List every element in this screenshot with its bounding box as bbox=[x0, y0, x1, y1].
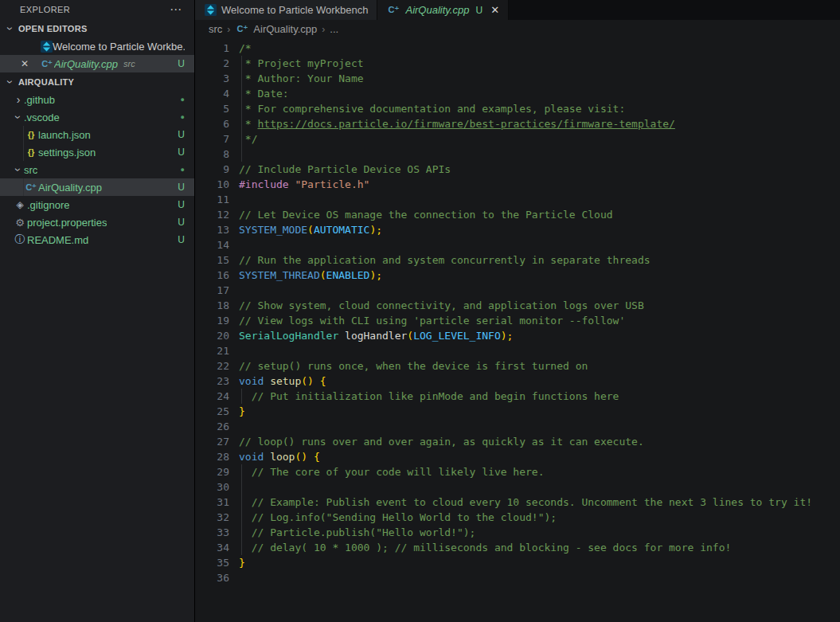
line-number[interactable]: 19 bbox=[195, 313, 229, 328]
code-line-content[interactable] bbox=[239, 192, 840, 207]
code-line[interactable]: 14 bbox=[195, 237, 840, 252]
tree-item-src[interactable]: ›src● bbox=[0, 161, 194, 178]
line-number[interactable]: 13 bbox=[195, 222, 229, 237]
code-line-content[interactable]: // setup() runs once, when the device is… bbox=[239, 358, 840, 374]
line-number[interactable]: 25 bbox=[195, 404, 229, 419]
open-editor-item-airquality-cpp[interactable]: ✕C⁺AirQuality.cppsrcU bbox=[0, 55, 194, 72]
code-line[interactable]: 3 * Author: Your Name bbox=[195, 71, 840, 86]
line-number[interactable]: 22 bbox=[195, 358, 229, 374]
code-line-content[interactable]: // Log.info("Sending Hello World to the … bbox=[239, 510, 840, 525]
code-line[interactable]: 5 * For comprehensive documentation and … bbox=[195, 101, 840, 116]
code-line[interactable]: 32 // Log.info("Sending Hello World to t… bbox=[195, 510, 840, 525]
code-line-content[interactable]: // Put initialization like pinMode and b… bbox=[239, 389, 840, 404]
tree-item-readme-md[interactable]: ⓘREADME.mdU bbox=[0, 231, 194, 248]
code-line[interactable]: 28void loop() { bbox=[195, 449, 840, 464]
code-line-content[interactable]: #include "Particle.h" bbox=[239, 177, 840, 192]
code-line-content[interactable]: SerialLogHandler logHandler(LOG_LEVEL_IN… bbox=[239, 328, 840, 343]
line-number[interactable]: 11 bbox=[195, 192, 229, 207]
line-number[interactable]: 35 bbox=[195, 555, 229, 570]
code-line-content[interactable]: SYSTEM_THREAD(ENABLED); bbox=[239, 268, 840, 283]
code-line-content[interactable] bbox=[239, 419, 840, 434]
code-line-content[interactable] bbox=[239, 237, 840, 252]
code-line-content[interactable]: } bbox=[239, 555, 840, 570]
line-number[interactable]: 5 bbox=[195, 101, 229, 116]
code-line[interactable]: 17 bbox=[195, 283, 840, 298]
code-line[interactable]: 22// setup() runs once, when the device … bbox=[195, 358, 840, 374]
code-line-content[interactable]: /* bbox=[239, 41, 840, 56]
tree-item-gitignore[interactable]: ◈.gitignoreU bbox=[0, 196, 194, 213]
line-number[interactable]: 26 bbox=[195, 419, 229, 434]
code-line-content[interactable]: // loop() runs over and over again, as q… bbox=[239, 434, 840, 449]
code-line[interactable]: 21 bbox=[195, 343, 840, 358]
line-number[interactable]: 15 bbox=[195, 252, 229, 268]
code-line-content[interactable]: // Particle.publish("Hello world!"); bbox=[239, 525, 840, 540]
code-line[interactable]: 10#include "Particle.h" bbox=[195, 177, 840, 192]
code-line-content[interactable]: // Include Particle Device OS APIs bbox=[239, 162, 840, 177]
code-line[interactable]: 13SYSTEM_MODE(AUTOMATIC); bbox=[195, 222, 840, 237]
line-number[interactable]: 16 bbox=[195, 268, 229, 283]
line-number[interactable]: 10 bbox=[195, 177, 229, 192]
line-number[interactable]: 4 bbox=[195, 86, 229, 101]
code-line[interactable]: 25} bbox=[195, 404, 840, 419]
code-line[interactable]: 36 bbox=[195, 570, 840, 585]
code-editor[interactable]: 1/*2 * Project myProject3 * Author: Your… bbox=[195, 38, 840, 622]
code-line-content[interactable]: // View logs with CLI using 'particle se… bbox=[239, 313, 840, 328]
line-number[interactable]: 27 bbox=[195, 434, 229, 449]
line-number[interactable]: 36 bbox=[195, 570, 229, 585]
code-line-content[interactable]: // Let Device OS manage the connection t… bbox=[239, 207, 840, 222]
code-line-content[interactable]: * For comprehensive documentation and ex… bbox=[239, 101, 840, 116]
code-line-content[interactable]: // Show system, cloud connectivity, and … bbox=[239, 298, 840, 313]
code-line[interactable]: 12// Let Device OS manage the connection… bbox=[195, 207, 840, 222]
code-line[interactable]: 2 * Project myProject bbox=[195, 56, 840, 71]
code-line[interactable]: 23void setup() { bbox=[195, 374, 840, 389]
code-line-content[interactable] bbox=[239, 343, 840, 358]
code-line-content[interactable]: * Date: bbox=[239, 86, 840, 101]
code-line[interactable]: 4 * Date: bbox=[195, 86, 840, 101]
code-line[interactable]: 7 */ bbox=[195, 131, 840, 147]
code-line-content[interactable] bbox=[239, 570, 840, 585]
code-line-content[interactable]: * https://docs.particle.io/firmware/best… bbox=[239, 116, 840, 131]
code-line[interactable]: 30 bbox=[195, 479, 840, 495]
line-number[interactable]: 6 bbox=[195, 116, 229, 131]
code-line-content[interactable]: */ bbox=[239, 131, 840, 147]
code-line[interactable]: 33 // Particle.publish("Hello world!"); bbox=[195, 525, 840, 540]
tree-item-project-properties[interactable]: ⚙project.propertiesU bbox=[0, 213, 194, 231]
close-icon[interactable]: ✕ bbox=[490, 4, 499, 16]
code-line[interactable]: 9// Include Particle Device OS APIs bbox=[195, 162, 840, 177]
line-number[interactable]: 7 bbox=[195, 131, 229, 147]
code-line-content[interactable]: // Run the application and system concur… bbox=[239, 252, 840, 268]
code-line[interactable]: 20SerialLogHandler logHandler(LOG_LEVEL_… bbox=[195, 328, 840, 343]
code-line-content[interactable]: void loop() { bbox=[239, 449, 840, 464]
line-number[interactable]: 31 bbox=[195, 495, 229, 510]
code-line-content[interactable] bbox=[239, 479, 840, 495]
line-number[interactable]: 23 bbox=[195, 374, 229, 389]
breadcrumb-item-[interactable]: ... bbox=[330, 23, 338, 35]
line-number[interactable]: 21 bbox=[195, 343, 229, 358]
code-line-content[interactable]: // The core of your code will likely liv… bbox=[239, 464, 840, 479]
line-number[interactable]: 18 bbox=[195, 298, 229, 313]
tree-item-launch-json[interactable]: {}launch.jsonU bbox=[0, 126, 194, 143]
more-actions-icon[interactable]: ⋯ bbox=[170, 2, 183, 17]
line-number[interactable]: 34 bbox=[195, 540, 229, 555]
code-line[interactable]: 1/* bbox=[195, 41, 840, 56]
code-line[interactable]: 15// Run the application and system conc… bbox=[195, 252, 840, 268]
line-number[interactable]: 3 bbox=[195, 71, 229, 86]
line-number[interactable]: 1 bbox=[195, 41, 229, 56]
code-line[interactable]: 19// View logs with CLI using 'particle … bbox=[195, 313, 840, 328]
code-line[interactable]: 6 * https://docs.particle.io/firmware/be… bbox=[195, 116, 840, 131]
line-number[interactable]: 32 bbox=[195, 510, 229, 525]
code-line-content[interactable] bbox=[239, 147, 840, 162]
line-number[interactable]: 17 bbox=[195, 283, 229, 298]
open-editors-section-header[interactable]: › OPEN EDITORS bbox=[0, 19, 194, 37]
code-line-content[interactable]: } bbox=[239, 404, 840, 419]
line-number[interactable]: 28 bbox=[195, 449, 229, 464]
line-number[interactable]: 29 bbox=[195, 464, 229, 479]
code-line[interactable]: 18// Show system, cloud connectivity, an… bbox=[195, 298, 840, 313]
line-number[interactable]: 24 bbox=[195, 389, 229, 404]
code-line-content[interactable]: SYSTEM_MODE(AUTOMATIC); bbox=[239, 222, 840, 237]
code-line-content[interactable]: * Author: Your Name bbox=[239, 71, 840, 86]
tree-item-settings-json[interactable]: {}settings.jsonU bbox=[0, 143, 194, 161]
code-line-content[interactable] bbox=[239, 283, 840, 298]
code-line-content[interactable]: void setup() { bbox=[239, 374, 840, 389]
code-line[interactable]: 16SYSTEM_THREAD(ENABLED); bbox=[195, 268, 840, 283]
